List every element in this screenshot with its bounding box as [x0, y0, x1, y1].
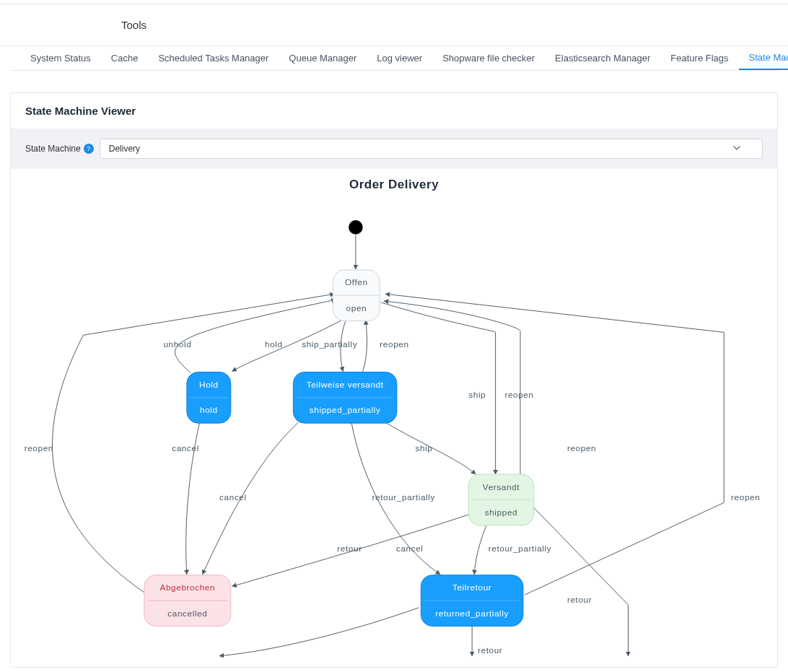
svg-text:ship: ship	[416, 443, 433, 453]
svg-text:retour: retour	[337, 544, 362, 554]
svg-text:cancel: cancel	[396, 544, 424, 554]
select-label: State Machine	[25, 144, 81, 154]
node-hold: Hold hold	[187, 372, 231, 423]
svg-text:cancelled: cancelled	[167, 608, 207, 619]
tab-log-viewer[interactable]: Log viewer	[367, 47, 432, 69]
card-header: State Machine Viewer	[11, 93, 777, 128]
breadcrumb-title: Tools	[121, 19, 146, 31]
node-shipped-partially: Teilweise versandt shipped_partially	[293, 372, 397, 423]
svg-text:reopen: reopen	[731, 492, 760, 502]
node-shipped: Versandt shipped	[468, 474, 533, 525]
tab-queue-manager[interactable]: Queue Manager	[279, 47, 367, 69]
svg-text:reopen: reopen	[567, 443, 596, 453]
svg-text:ship: ship	[468, 390, 486, 400]
svg-text:Teilweise versandt: Teilweise versandt	[307, 380, 384, 390]
tab-cache[interactable]: Cache	[101, 47, 149, 69]
svg-text:shipped_partially: shipped_partially	[310, 405, 381, 415]
help-icon[interactable]: ?	[84, 144, 94, 154]
svg-text:returned_partially: returned_partially	[435, 608, 509, 619]
tab-elasticsearch-manager[interactable]: Elasticsearch Manager	[545, 47, 660, 69]
svg-text:reopen: reopen	[25, 443, 53, 453]
svg-text:Offen: Offen	[345, 277, 368, 287]
svg-text:retour_partially: retour_partially	[372, 492, 435, 502]
node-start	[349, 220, 363, 235]
svg-text:open: open	[346, 303, 367, 313]
svg-text:Versandt: Versandt	[483, 482, 520, 492]
card-title: State Machine Viewer	[25, 105, 763, 117]
svg-text:retour: retour	[478, 645, 502, 655]
node-cancelled: Abgebrochen cancelled	[144, 575, 231, 627]
svg-text:Teilretour: Teilretour	[452, 582, 491, 593]
svg-text:retour: retour	[567, 595, 592, 605]
state-machine-select[interactable]: Delivery	[100, 139, 763, 159]
svg-text:shipped: shipped	[485, 507, 517, 518]
tab-feature-flags[interactable]: Feature Flags	[660, 47, 738, 69]
diagram-area: Order Delivery	[11, 169, 777, 667]
svg-text:hold: hold	[265, 339, 283, 349]
card-state-machine-viewer: State Machine Viewer State Machine ? Del…	[10, 92, 778, 668]
svg-text:unhold: unhold	[163, 339, 191, 349]
svg-text:ship_partially: ship_partially	[302, 339, 357, 349]
svg-text:cancel: cancel	[172, 443, 199, 453]
svg-text:Abgebrochen: Abgebrochen	[160, 582, 216, 593]
chevron-down-icon	[733, 144, 740, 154]
select-value: Delivery	[109, 144, 140, 154]
svg-text:hold: hold	[200, 405, 218, 415]
tab-shopware-file-checker[interactable]: Shopware file checker	[432, 47, 545, 69]
state-machine-diagram: unhold hold ship_partially reopen ship r…	[11, 199, 777, 667]
tab-system-status[interactable]: System Status	[20, 47, 101, 69]
tabs: System Status Cache Scheduled Tasks Mana…	[10, 46, 778, 71]
diagram-title: Order Delivery	[349, 178, 439, 192]
node-open: Offen open	[333, 270, 380, 321]
node-returned-partially: Teilretour returned_partially	[421, 575, 523, 627]
svg-text:retour_partially: retour_partially	[489, 544, 551, 554]
svg-text:Hold: Hold	[199, 380, 219, 390]
svg-text:reopen: reopen	[504, 390, 533, 400]
tab-state-machine-viewer[interactable]: State Machine Viewer	[739, 46, 788, 70]
selector-band: State Machine ? Delivery	[11, 128, 777, 169]
breadcrumb: Tools	[0, 4, 788, 46]
svg-text:reopen: reopen	[380, 339, 408, 349]
svg-text:cancel: cancel	[219, 492, 247, 502]
tab-scheduled-tasks[interactable]: Scheduled Tasks Manager	[148, 47, 279, 69]
